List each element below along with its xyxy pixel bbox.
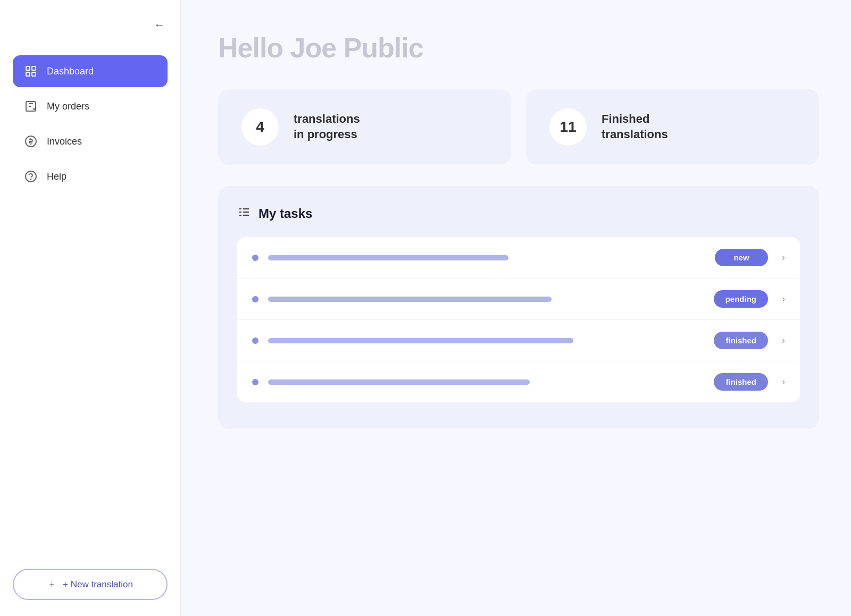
task-bar-container <box>268 255 705 260</box>
svg-rect-1 <box>32 66 36 70</box>
task-bar-container <box>268 338 704 343</box>
tasks-title: My tasks <box>258 206 312 221</box>
task-bar <box>268 255 508 260</box>
sidebar-item-label: Invoices <box>47 136 82 147</box>
task-row[interactable]: finished › <box>237 361 800 402</box>
main-content: Hello Joe Public 4 translationsin progre… <box>181 0 851 616</box>
task-dot <box>252 337 258 344</box>
greeting-heading: Hello Joe Public <box>218 32 819 64</box>
task-bar-container <box>268 379 704 385</box>
task-badge-finished: finished <box>714 373 768 391</box>
tasks-list-icon <box>237 205 251 222</box>
tasks-section: My tasks new › pending › <box>218 186 819 429</box>
chevron-right-icon: › <box>782 252 785 263</box>
task-row[interactable]: new › <box>237 237 800 279</box>
stat-card-finished: 11 Finishedtranslations <box>526 89 819 165</box>
chevron-right-icon: › <box>782 376 785 387</box>
svg-rect-2 <box>26 72 30 76</box>
task-row[interactable]: pending › <box>237 279 800 320</box>
sidebar-item-label: Dashboard <box>47 66 94 77</box>
task-badge-finished: finished <box>714 332 768 349</box>
stat-label-finished: Finishedtranslations <box>602 112 668 142</box>
new-translation-label: + New translation <box>63 579 133 590</box>
chevron-right-icon: › <box>782 293 785 305</box>
chevron-right-icon: › <box>782 335 785 346</box>
task-badge-pending: pending <box>714 290 768 308</box>
task-bar <box>268 297 552 302</box>
sidebar-item-label: Help <box>47 171 66 182</box>
task-dot <box>252 296 258 302</box>
invoices-icon <box>23 134 38 149</box>
sidebar-item-label: My orders <box>47 101 89 112</box>
help-icon <box>23 169 38 184</box>
stat-label-in-progress: translationsin progress <box>294 112 360 142</box>
sidebar-item-help[interactable]: Help <box>13 161 168 192</box>
back-button[interactable]: ← <box>152 16 168 34</box>
task-badge-new: new <box>715 249 768 266</box>
stats-row: 4 translationsin progress 11 Finishedtra… <box>218 89 819 165</box>
tasks-header: My tasks <box>237 205 800 222</box>
task-list: new › pending › finished › <box>237 237 800 402</box>
svg-rect-3 <box>32 72 36 76</box>
stat-count-in-progress: 4 <box>241 108 279 146</box>
sidebar-item-dashboard[interactable]: Dashboard <box>13 55 168 87</box>
sidebar-bottom: ＋ + New translation <box>13 569 168 600</box>
task-bar <box>268 379 530 385</box>
task-bar <box>268 338 573 343</box>
orders-icon <box>23 99 38 114</box>
dashboard-icon <box>23 64 38 79</box>
plus-icon: ＋ <box>47 578 56 590</box>
task-bar-container <box>268 297 704 302</box>
svg-point-7 <box>31 179 31 180</box>
task-dot <box>252 379 258 385</box>
task-dot <box>252 255 258 261</box>
stat-card-in-progress: 4 translationsin progress <box>218 89 511 165</box>
svg-rect-0 <box>26 66 30 70</box>
sidebar: ← Dashboard My orders <box>0 0 181 616</box>
sidebar-nav: Dashboard My orders Invoices <box>13 55 168 196</box>
stat-count-finished: 11 <box>549 108 587 146</box>
sidebar-item-my-orders[interactable]: My orders <box>13 90 168 122</box>
task-row[interactable]: finished › <box>237 320 800 361</box>
sidebar-item-invoices[interactable]: Invoices <box>13 125 168 157</box>
new-translation-button[interactable]: ＋ + New translation <box>13 569 168 600</box>
